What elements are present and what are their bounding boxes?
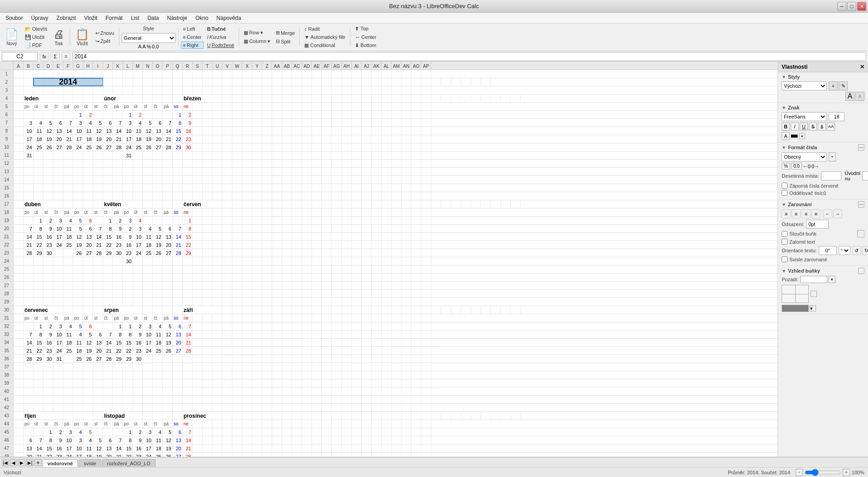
cell-D47[interactable]: 15 [43, 444, 53, 452]
cell-AL21[interactable] [382, 233, 392, 241]
cell-A18[interactable] [14, 208, 24, 216]
cell-AL6[interactable] [382, 111, 392, 118]
cell-R18[interactable]: ne [183, 208, 193, 216]
cell-B43[interactable]: říjen [24, 412, 63, 420]
cell-AA46[interactable] [272, 436, 282, 444]
cell-AN24[interactable] [401, 257, 411, 265]
cell-AM10[interactable] [392, 143, 401, 151]
cell-V4[interactable] [312, 94, 322, 102]
cell-Z14[interactable] [262, 176, 272, 184]
font-color-dropdown[interactable]: ▾ [799, 133, 805, 139]
cell-AM38[interactable] [392, 371, 401, 379]
cell-T44[interactable] [203, 420, 212, 428]
cell-G35[interactable]: 18 [73, 347, 83, 354]
cell-M33[interactable]: 9 [133, 331, 143, 338]
cell-R37[interactable] [183, 363, 193, 371]
cell-N26[interactable] [143, 274, 153, 281]
cell-H24[interactable] [83, 257, 93, 265]
cell-AC19[interactable] [292, 217, 302, 224]
cell-AN29[interactable] [401, 298, 411, 306]
cell-AK32[interactable] [372, 322, 382, 330]
cell-O19[interactable] [153, 217, 163, 224]
cell-Q2[interactable] [232, 78, 242, 86]
cell-AL7[interactable] [382, 119, 392, 127]
cell-AD33[interactable] [302, 331, 312, 338]
cell-AD27[interactable] [302, 282, 312, 289]
cell-AA20[interactable] [272, 225, 282, 232]
cell-AJ22[interactable] [362, 241, 372, 249]
cell-E3[interactable] [53, 86, 63, 94]
cell-AI23[interactable] [352, 249, 362, 257]
cell-V31[interactable] [222, 314, 232, 322]
cell-AH15[interactable] [342, 184, 352, 192]
cell-I26[interactable] [93, 274, 103, 281]
cell-AP12[interactable] [421, 160, 431, 167]
cell-D39[interactable] [43, 379, 53, 387]
cell-L22[interactable]: 16 [123, 241, 133, 249]
cell-U41[interactable] [212, 396, 222, 403]
cell-AG19[interactable] [332, 217, 342, 224]
cell-AI38[interactable] [352, 371, 362, 379]
style-thumb-b[interactable]: A [855, 92, 864, 101]
cell-AN33[interactable] [401, 331, 411, 338]
cell-I3[interactable] [93, 86, 103, 94]
cell-AK23[interactable] [372, 249, 382, 257]
cell-C3[interactable] [33, 86, 43, 94]
cell-AP40[interactable] [421, 387, 431, 395]
cell-AN14[interactable] [401, 176, 411, 184]
cell-AF17[interactable] [411, 200, 421, 208]
cell-AO13[interactable] [411, 168, 421, 175]
cell-W17[interactable] [322, 200, 332, 208]
cell-D25[interactable] [43, 265, 53, 273]
cell-N32[interactable]: 3 [143, 322, 153, 330]
edit-style-button[interactable]: ✎ [839, 81, 848, 90]
cell-M19[interactable]: 4 [133, 217, 143, 224]
cell-Y20[interactable] [252, 225, 262, 232]
cell-AH35[interactable] [342, 347, 352, 354]
cell-AN16[interactable] [401, 192, 411, 200]
cell-S19[interactable] [193, 217, 203, 224]
cell-W10[interactable] [232, 143, 242, 151]
cell-L41[interactable] [123, 396, 133, 403]
cell-AM34[interactable] [392, 339, 401, 346]
cell-J41[interactable] [103, 396, 113, 403]
cell-AO44[interactable] [411, 420, 421, 428]
cell-AJ30[interactable] [451, 306, 461, 314]
cell-T16[interactable] [203, 192, 212, 200]
cell-M47[interactable]: 16 [133, 444, 143, 452]
indent-value-input[interactable] [806, 220, 829, 229]
cell-X1[interactable] [242, 70, 252, 78]
cell-D30[interactable] [73, 306, 83, 314]
cell-AO7[interactable] [411, 119, 421, 127]
cell-AF11[interactable] [322, 151, 332, 159]
col-header-i[interactable]: I [93, 62, 103, 70]
cell-A19[interactable] [14, 217, 24, 224]
cell-Q25[interactable] [173, 265, 183, 273]
cell-AE3[interactable] [312, 86, 322, 94]
cell-AM42[interactable] [392, 404, 401, 411]
valign-top-button[interactable]: ⬆ Top [353, 25, 378, 33]
cell-AP15[interactable] [421, 184, 431, 192]
cell-AE29[interactable] [312, 298, 322, 306]
cell-F24[interactable] [63, 257, 73, 265]
cell-AF42[interactable] [322, 404, 332, 411]
cell-AN2[interactable] [461, 78, 471, 86]
style-select[interactable]: Výchozí [782, 81, 827, 90]
cell-AN3[interactable] [401, 86, 411, 94]
cell-A25[interactable] [14, 265, 24, 273]
cell-Y43[interactable] [342, 412, 352, 420]
cell-C44[interactable]: út [33, 420, 43, 428]
cell-W6[interactable] [232, 111, 242, 118]
cell-AA14[interactable] [272, 176, 282, 184]
cell-E32[interactable]: 3 [53, 322, 63, 330]
cell-D4[interactable] [73, 94, 83, 102]
cell-AA30[interactable] [362, 306, 372, 314]
col-header-g[interactable]: G [73, 62, 83, 70]
cell-Y35[interactable] [252, 347, 262, 354]
cell-AH19[interactable] [342, 217, 352, 224]
cell-O25[interactable] [153, 265, 163, 273]
cell-E9[interactable]: 20 [53, 135, 63, 143]
cell-T26[interactable] [203, 274, 212, 281]
cell-V35[interactable] [222, 347, 232, 354]
cell-AI32[interactable] [352, 322, 362, 330]
